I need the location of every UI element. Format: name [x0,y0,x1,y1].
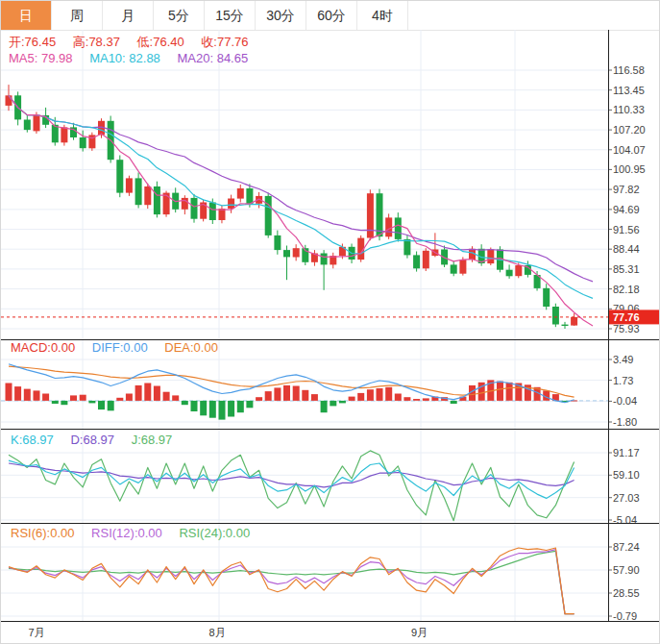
candle-body [403,239,410,256]
macd-hist-bar [293,386,300,401]
main-axis-label: 85.31 [613,263,640,275]
tab-weekly[interactable]: 周 [52,1,103,30]
macd-axis-label: 3.49 [613,354,633,365]
macd-hist-bar [42,394,49,401]
main-axis-label: 104.07 [613,144,646,156]
rsi-axis-label: -0.79 [613,610,637,622]
candle-body [219,209,226,220]
candle-body [246,188,253,204]
macd-hist-bar [154,386,160,401]
candle-body [283,250,290,257]
macd-hist-bar [108,401,114,410]
macd-hist-bar [377,388,383,401]
candle-body [209,203,216,221]
ma20-line [9,95,593,282]
tab-monthly[interactable]: 月 [103,1,154,30]
candle-body [385,217,392,236]
candle-body [562,325,569,326]
macd-axis-label: -1.80 [613,416,637,428]
main-axis-label: 113.45 [613,85,645,96]
macd-hist-bar [246,401,253,408]
macd-hist-bar [6,384,12,401]
candle-body [451,264,457,273]
main-axis-label: 94.69 [613,204,640,215]
candle-body [423,251,429,269]
tab-30min[interactable]: 30分 [256,1,306,30]
candle-body [135,178,142,205]
macd-hist-bar [367,389,374,401]
macd-hist-bar [88,401,95,404]
macd-hist-bar [385,387,392,401]
rsi-axis-label: 28.55 [613,587,640,599]
macd-hist-bar [80,395,86,401]
ma10-line [9,95,593,298]
tab-60min[interactable]: 60分 [306,1,357,30]
tab-daily[interactable]: 日 [1,1,52,30]
candle-body [274,235,281,250]
candle-body [182,198,188,210]
macd-hist-bar [506,383,513,401]
rsi-axis-label: 57.90 [613,564,640,576]
main-axis-label: 82.18 [613,284,640,295]
candle-body [116,160,123,192]
tab-4hour[interactable]: 4时 [357,1,408,30]
macd-hist-bar [126,394,133,401]
macd-hist-bar [256,397,262,401]
candle-body [191,198,198,219]
macd-hist-bar [302,390,308,401]
rsi6-line [9,548,574,614]
macd-hist-bar [116,398,123,401]
kdj-axis-label: 27.03 [613,492,640,504]
macd-hist-bar [237,401,244,412]
macd-hist-bar [265,391,272,401]
macd-hist-bar [311,394,318,401]
macd-hist-bar [274,387,281,401]
candle-body [571,317,577,326]
macd-hist-bar [228,401,234,417]
macd-hist-bar [163,392,170,401]
x-axis-label: 7月 [28,627,44,638]
macd-hist-bar [209,401,216,418]
main-axis-label: 75.93 [613,323,640,334]
x-axis-label: 9月 [411,627,428,638]
kdj-axis-label: 91.17 [613,447,640,458]
macd-hist-bar [144,384,151,401]
candle-body [543,288,550,307]
macd-hist-bar [70,395,77,401]
main-axis-label: 91.56 [613,224,640,235]
macd-hist-bar [497,382,503,401]
candle-body [126,178,133,192]
candle-body [506,270,513,277]
macd-hist-bar [172,395,179,401]
tab-15min[interactable]: 15分 [205,1,256,30]
candle-body [515,265,522,276]
chart-canvas[interactable]: 116.58113.45110.33107.20104.07100.9597.8… [1,30,660,644]
rsi24-line [9,551,574,613]
candle-body [487,250,494,264]
candle-body [52,125,59,143]
macd-axis-label: -0.04 [613,395,637,407]
macd-hist-bar [182,401,188,405]
candle-body [163,193,170,215]
macd-axis-label: 1.73 [613,375,633,386]
main-axis-label: 88.44 [613,243,640,255]
macd-hist-bar [339,401,346,404]
candle-body [321,254,328,265]
macd-hist-bar [135,385,142,401]
candle-body [413,255,420,268]
current-price-label: 77.76 [613,311,640,323]
candle-body [293,248,300,257]
kdj-axis-label: 59.10 [613,469,640,481]
candle-body [34,115,40,131]
main-axis-label: 116.58 [613,64,645,76]
macd-hist-bar [321,401,328,412]
j-line [9,451,574,521]
macd-hist-bar [24,389,31,401]
candle-body [144,186,151,205]
macd-hist-bar [61,401,67,405]
main-axis-label: 110.33 [613,104,645,115]
tab-5min[interactable]: 5分 [154,1,205,30]
macd-hist-bar [191,401,198,411]
candle-body [265,196,272,235]
trading-chart-widget: 日 周 月 5分 15分 30分 60分 4时 开:76.45 高:78.37 … [0,0,660,644]
